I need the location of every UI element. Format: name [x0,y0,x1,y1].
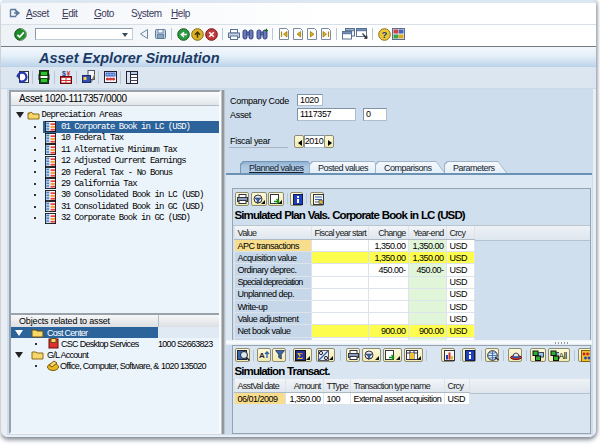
svg-text:A: A [259,351,265,360]
svg-text:$: $ [62,70,66,78]
svg-text:Σ: Σ [297,351,303,361]
svg-text:¥: ¥ [67,70,71,77]
svg-text:?: ? [382,29,388,40]
